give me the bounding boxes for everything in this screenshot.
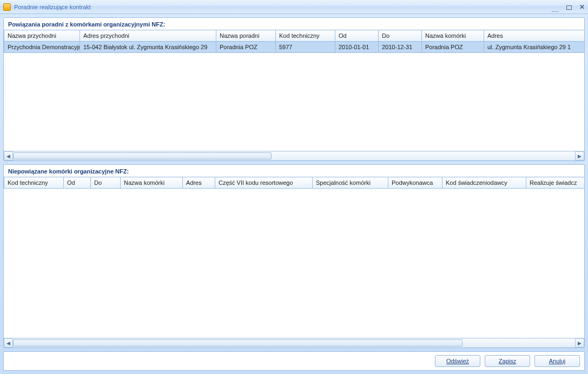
scroll-left-button[interactable]: ◀ [4, 151, 13, 161]
title-bar: Poradnie realizujące kontrakt __ ✕ [0, 0, 588, 14]
unlinked-cells-panel: Niepowiązane komórki organizacyjne NFZ: … [3, 164, 585, 348]
unlinked-cells-hscroll[interactable]: ◀ ▶ [4, 338, 584, 348]
scroll-track[interactable] [13, 151, 575, 161]
table-header-row: Kod techniczny Od Do Nazwa komórki Adres… [4, 177, 585, 189]
window-controls: __ ✕ [552, 3, 585, 11]
app-icon [3, 3, 11, 11]
col-od[interactable]: Od [64, 177, 91, 189]
cell: 15-042 Białystok ul. Zygmunta Krasińskie… [80, 42, 216, 53]
col-nazwa-przychodni[interactable]: Nazwa przychodni [4, 30, 80, 42]
cancel-button[interactable]: Anuluj [534, 355, 580, 367]
col-do[interactable]: Do [379, 30, 422, 42]
col-nazwa-komorki[interactable]: Nazwa komórki [422, 30, 484, 42]
refresh-button-label: Odśwież [446, 358, 469, 364]
maximize-button[interactable] [566, 5, 572, 10]
table-row[interactable]: Przychodnia Demonstracyjna 15-042 Białys… [4, 42, 585, 53]
cell: Poradnia POZ [216, 42, 276, 53]
col-od[interactable]: Od [335, 30, 379, 42]
scroll-track[interactable] [13, 338, 575, 348]
unlinked-cells-table[interactable]: Kod techniczny Od Do Nazwa komórki Adres… [4, 177, 584, 189]
col-adres[interactable]: Adres [183, 177, 215, 189]
col-czesc-vii[interactable]: Część VII kodu resortowego [215, 177, 313, 189]
linked-clinics-panel: Powiązania poradni z komórkami organizac… [3, 17, 585, 161]
window-title: Poradnie realizujące kontrakt [14, 4, 552, 10]
col-nazwa-poradni[interactable]: Nazwa poradni [216, 30, 276, 42]
col-adres-przychodni[interactable]: Adres przychodni [80, 30, 216, 42]
scroll-thumb[interactable] [13, 339, 463, 346]
col-specjalnosc[interactable]: Specjalność komórki [313, 177, 388, 189]
scroll-thumb[interactable] [13, 152, 272, 159]
linked-clinics-title: Powiązania poradni z komórkami organizac… [4, 18, 584, 30]
scroll-right-button[interactable]: ▶ [575, 338, 584, 348]
col-podwykonawca[interactable]: Podwykonawca [388, 177, 442, 189]
save-button-label: Zapisz [499, 358, 516, 364]
table-header-row: Nazwa przychodni Adres przychodni Nazwa … [4, 30, 585, 42]
scroll-left-button[interactable]: ◀ [4, 338, 13, 348]
linked-clinics-hscroll[interactable]: ◀ ▶ [4, 151, 584, 161]
col-realizuje[interactable]: Realizuje świadcz [526, 177, 585, 189]
cancel-button-label: Anuluj [549, 358, 566, 364]
col-adres[interactable]: Adres [484, 30, 585, 42]
cell: 5977 [276, 42, 335, 53]
col-kod-techniczny[interactable]: Kod techniczny [276, 30, 335, 42]
save-button[interactable]: Zapisz [485, 355, 530, 367]
cell: Poradnia POZ [422, 42, 484, 53]
refresh-button[interactable]: Odśwież [435, 355, 480, 367]
col-do[interactable]: Do [91, 177, 121, 189]
cell: 2010-12-31 [379, 42, 422, 53]
col-kod-swiadczeniodawcy[interactable]: Kod świadczeniodawcy [442, 177, 526, 189]
cell: Przychodnia Demonstracyjna [4, 42, 80, 53]
cell: ul. Zygmunta Krasińskiego 29 1 [484, 42, 585, 53]
scroll-right-button[interactable]: ▶ [575, 151, 584, 161]
cell: 2010-01-01 [335, 42, 379, 53]
col-nazwa-komorki[interactable]: Nazwa komórki [121, 177, 183, 189]
minimize-button[interactable]: __ [552, 5, 559, 12]
unlinked-cells-title: Niepowiązane komórki organizacyjne NFZ: [4, 165, 584, 177]
action-bar: Odśwież Zapisz Anuluj [3, 351, 585, 371]
col-kod-techniczny[interactable]: Kod techniczny [4, 177, 64, 189]
linked-clinics-table[interactable]: Nazwa przychodni Adres przychodni Nazwa … [4, 30, 584, 53]
close-button[interactable]: ✕ [579, 3, 585, 11]
